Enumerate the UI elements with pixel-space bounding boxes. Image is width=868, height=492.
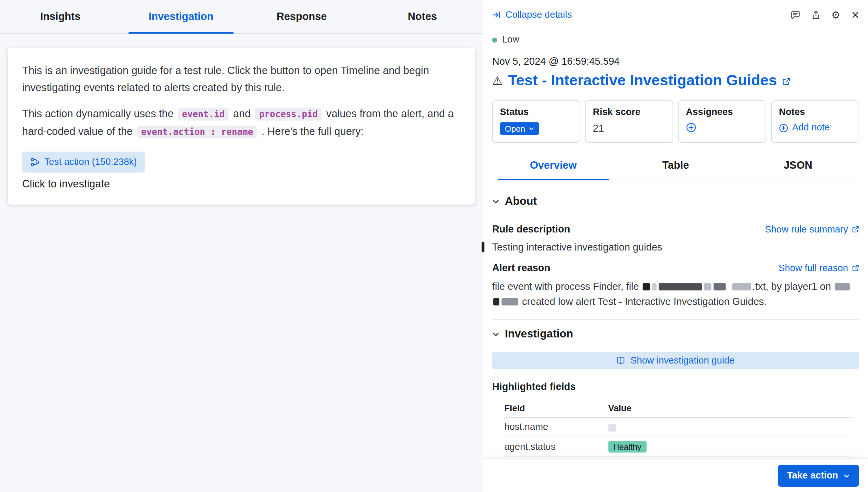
table-header-row: Field Value: [504, 399, 851, 417]
section-divider: [492, 319, 859, 320]
inline-code-process-pid: process.pid: [255, 108, 322, 121]
flyout-header: Collapse details: [483, 0, 868, 23]
alert-timestamp: Nov 5, 2024 @ 16:59:45.594: [492, 56, 859, 68]
add-assignee-button[interactable]: [686, 122, 697, 133]
tab-notes[interactable]: Notes: [362, 0, 483, 33]
close-flyout-button[interactable]: ×: [851, 10, 859, 19]
tab-insights[interactable]: Insights: [0, 0, 121, 33]
highlighted-fields-title: Highlighted fields: [492, 381, 859, 393]
table-row: host.name: [504, 417, 851, 437]
flyout-footer: Take action: [483, 459, 868, 492]
notes-label: Notes: [779, 107, 851, 118]
guide-p2-post: . Here's the full query:: [259, 126, 364, 137]
take-action-button[interactable]: Take action: [777, 465, 859, 487]
tab-table[interactable]: Table: [614, 152, 737, 180]
redacted-text: [732, 284, 751, 290]
status-open-dropdown[interactable]: Open: [500, 122, 539, 135]
reason-pre: file event with process Finder, file: [492, 281, 641, 292]
plus-circle-icon: [779, 123, 788, 132]
test-action-label: Test action (150.238k): [44, 156, 137, 167]
about-section-toggle[interactable]: About: [492, 195, 537, 208]
severity-dot-icon: [492, 38, 497, 42]
show-investigation-guide-label: Show investigation guide: [631, 355, 735, 366]
value-cell-host-name: [608, 417, 851, 437]
redacted-text: [652, 284, 657, 290]
inline-code-event-action-rename: event.action : rename: [137, 126, 257, 139]
summary-cards-row: Status Open Risk score 21 Assignees: [492, 100, 859, 143]
plus-circle-icon: [686, 122, 697, 133]
guide-paragraph-1: This is an investigation guide for a tes…: [22, 62, 461, 96]
alert-reason-label: Alert reason: [492, 262, 550, 274]
tab-investigation[interactable]: Investigation: [121, 0, 242, 33]
comments-button[interactable]: [790, 10, 800, 20]
rule-description-row: Rule description Show rule summary: [492, 223, 859, 235]
chevron-down-icon: [844, 473, 850, 479]
redacted-text: [659, 284, 702, 290]
settings-button[interactable]: ⚙: [831, 10, 840, 20]
external-link-icon: [852, 226, 859, 233]
show-full-reason-link[interactable]: Show full reason: [778, 263, 859, 273]
alert-title-link[interactable]: Test - Interactive Investigation Guides: [508, 72, 777, 89]
investigation-guide-card: This is an investigation guide for a tes…: [8, 48, 475, 205]
investigation-section-toggle[interactable]: Investigation: [492, 327, 573, 340]
status-value: Open: [505, 124, 525, 133]
assignees-card: Assignees: [678, 100, 766, 143]
show-full-reason-label: Show full reason: [778, 263, 848, 273]
inline-code-event-id: event.id: [178, 108, 229, 121]
collapse-icon: [492, 10, 501, 19]
redacted-text: [493, 298, 499, 305]
table-row: agent.status Healthy: [504, 437, 851, 457]
about-heading: About: [505, 195, 537, 208]
reason-post: created low alert Test - Interactive Inv…: [519, 296, 767, 307]
tab-json[interactable]: JSON: [737, 152, 859, 180]
severity-badge: Low: [492, 34, 859, 45]
highlighted-fields-table: Field Value host.name agent.status Healt…: [492, 399, 859, 457]
take-action-label: Take action: [787, 470, 838, 481]
redacted-value: [608, 423, 616, 431]
left-tab-bar: Insights Investigation Response Notes: [0, 0, 483, 34]
alert-title-row: ⚠ Test - Interactive Investigation Guide…: [492, 72, 859, 89]
investigation-heading: Investigation: [505, 327, 573, 340]
reason-mid: .txt, by player1 on: [752, 281, 834, 292]
chevron-down-icon: [492, 198, 499, 205]
risk-score-card: Risk score 21: [585, 100, 673, 143]
flyout-body: Low Nov 5, 2024 @ 16:59:45.594 ⚠ Test - …: [483, 23, 868, 459]
show-investigation-guide-button[interactable]: Show investigation guide: [492, 352, 859, 369]
flyout-tab-bar: Overview Table JSON: [492, 152, 859, 180]
guide-p2-pre: This action dynamically uses the: [22, 108, 177, 120]
guide-paragraph-2: This action dynamically uses the event.i…: [22, 105, 461, 140]
add-note-button[interactable]: Add note: [779, 122, 830, 133]
field-cell-host-name: host.name: [504, 417, 608, 437]
panel-resize-handle[interactable]: [482, 242, 485, 252]
risk-score-value: 21: [593, 123, 665, 134]
add-note-label: Add note: [792, 122, 830, 133]
column-header-field: Field: [504, 399, 608, 417]
show-rule-summary-link[interactable]: Show rule summary: [765, 224, 859, 235]
value-cell-agent-status: Healthy: [608, 437, 851, 457]
tab-overview[interactable]: Overview: [492, 152, 614, 180]
warning-icon: ⚠: [492, 75, 502, 86]
book-icon: [617, 356, 625, 365]
tab-response[interactable]: Response: [241, 0, 362, 33]
redacted-text: [502, 298, 518, 305]
chevron-down-icon: [492, 331, 499, 338]
severity-label: Low: [502, 34, 519, 45]
app-root: Insights Investigation Response Notes Th…: [0, 0, 868, 492]
test-action-button[interactable]: Test action (150.238k): [22, 152, 145, 173]
assignees-label: Assignees: [686, 107, 758, 118]
flyout-header-icons: ⚙ ×: [790, 10, 859, 20]
collapse-details-button[interactable]: Collapse details: [492, 9, 571, 20]
comment-icon: [790, 10, 800, 20]
guide-p2-mid1: and: [230, 108, 254, 120]
alert-details-flyout: Collapse details: [483, 0, 868, 492]
external-link-icon: [852, 264, 859, 271]
close-icon: ×: [851, 10, 859, 19]
alert-detail-left-panel: Insights Investigation Response Notes Th…: [0, 0, 483, 492]
external-link-icon: [782, 78, 791, 86]
show-rule-summary-label: Show rule summary: [765, 224, 848, 235]
rule-description-text: Testing interactive investigation guides: [492, 242, 859, 253]
timeline-icon: [30, 158, 39, 167]
rule-description-label: Rule description: [492, 223, 570, 235]
share-button[interactable]: [811, 10, 820, 19]
guide-caption: Click to investigate: [22, 178, 461, 190]
